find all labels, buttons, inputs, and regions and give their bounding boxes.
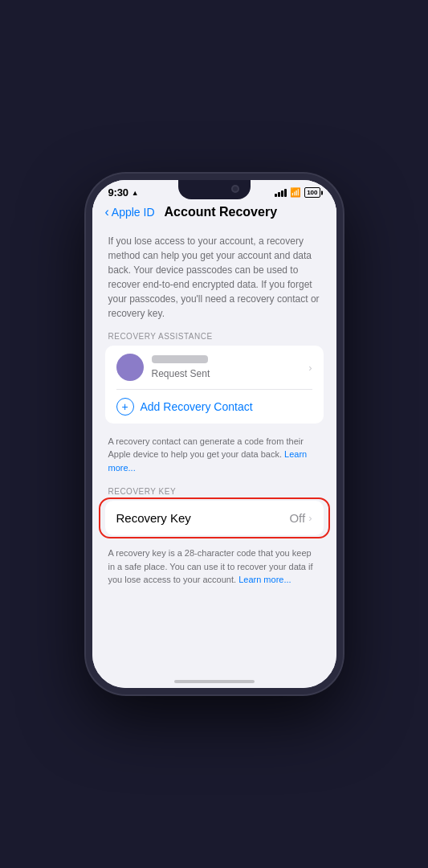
signal-bars [275,189,287,197]
recovery-key-card: Recovery Key Off › [105,501,324,535]
screen: 9:30 ▲ 📶 100 ‹ [92,180,336,688]
recovery-key-section: RECOVERY KEY Recovery Key Off › A recove… [105,485,324,598]
signal-bar-4 [284,189,287,197]
contact-status: Request Sent [152,368,210,379]
avatar [116,354,144,381]
add-recovery-contact-label: Add Recovery Contact [141,400,253,413]
back-button[interactable]: ‹ Apple ID [105,206,155,219]
recovery-key-value: Off › [289,511,312,525]
status-icons: 📶 100 [275,187,320,198]
camera [231,185,239,193]
recovery-key-learn-more[interactable]: Learn more... [238,575,291,584]
contact-name-blur [152,355,208,363]
contact-row[interactable]: Request Sent › [105,346,324,389]
chevron-right-icon: › [308,362,312,374]
content-area: If you lose access to your account, a re… [92,226,336,669]
plus-icon: + [116,398,134,416]
notch [178,180,251,199]
recovery-assistance-info-text: A recovery contact can generate a code f… [108,436,304,460]
battery-level: 100 [307,189,317,196]
recovery-key-status: Off [289,511,305,525]
back-label: Apple ID [112,206,155,219]
add-recovery-contact-row[interactable]: + Add Recovery Contact [105,390,324,424]
battery-icon: 100 [304,187,320,198]
chevron-left-icon: ‹ [105,205,109,219]
home-indicator [174,680,255,683]
recovery-key-row[interactable]: Recovery Key Off › [105,501,324,535]
chevron-right-icon-2: › [308,512,312,524]
recovery-key-header: RECOVERY KEY [105,485,324,501]
page-title: Account Recovery [165,205,278,219]
nav-bar: ‹ Apple ID Account Recovery [92,202,336,226]
signal-bar-2 [278,192,280,197]
recovery-assistance-header: RECOVERY ASSISTANCE [105,332,324,346]
recovery-assistance-card: Request Sent › + Add Recovery Contact [105,346,324,424]
contact-info: Request Sent [152,355,309,380]
recovery-key-label: Recovery Key [116,511,191,525]
phone-shell: 9:30 ▲ 📶 100 ‹ [86,174,343,694]
wifi-icon: 📶 [290,187,301,198]
status-time: 9:30 [108,186,128,199]
recovery-assistance-info: A recovery contact can generate a code f… [105,430,324,486]
description-text: If you lose access to your account, a re… [105,226,324,332]
signal-bar-1 [275,194,277,197]
signal-bar-3 [281,190,283,197]
recovery-key-info: A recovery key is a 28-character code th… [105,542,324,598]
location-icon: ▲ [132,189,139,197]
